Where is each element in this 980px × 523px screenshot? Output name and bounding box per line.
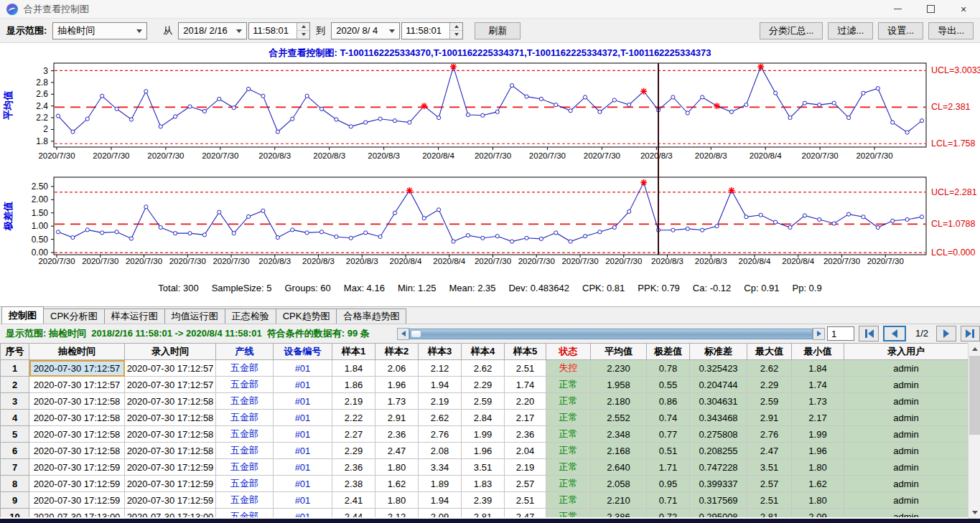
table-cell[interactable]: 2.29 xyxy=(747,377,792,393)
table-cell[interactable]: 0.295008 xyxy=(690,509,747,518)
table-cell[interactable]: 2.386 xyxy=(591,509,647,518)
table-cell[interactable]: 2020-07-30 17:12:58 xyxy=(125,426,216,443)
table-cell[interactable]: 1.958 xyxy=(591,377,647,393)
table-cell[interactable]: admin xyxy=(844,459,969,476)
from-date-select[interactable]: 2018/ 2/16 xyxy=(178,22,247,39)
subtotal-button[interactable]: 分类汇总... xyxy=(760,22,823,39)
table-cell[interactable]: 1.89 xyxy=(419,476,462,492)
table-cell[interactable]: 2.59 xyxy=(462,393,505,410)
table-cell[interactable]: 0.51 xyxy=(647,443,690,459)
range-type-select[interactable]: 抽检时间 xyxy=(52,22,147,39)
table-cell[interactable]: 1.99 xyxy=(462,426,505,443)
bottom-scrollbar[interactable] xyxy=(0,519,980,523)
time-spinner[interactable] xyxy=(297,23,309,39)
column-header-14[interactable]: 最大值 xyxy=(747,344,792,360)
prev-page-button[interactable] xyxy=(883,326,906,341)
table-cell[interactable]: 1.84 xyxy=(792,360,844,377)
tab-sample-run[interactable]: 样本运行图 xyxy=(104,308,165,324)
table-cell[interactable]: 2020-07-30 17:12:58 xyxy=(125,410,216,426)
table-cell[interactable]: 1.96 xyxy=(792,443,844,459)
column-header-3[interactable]: 产线 xyxy=(216,344,274,360)
filter-button[interactable]: 过滤... xyxy=(828,22,873,39)
table-cell[interactable]: 2020-07-30 17:12:59 xyxy=(29,476,125,492)
table-cell[interactable]: 2.04 xyxy=(505,443,546,459)
table-cell[interactable]: admin xyxy=(844,410,969,426)
table-cell[interactable]: 2.12 xyxy=(419,360,462,377)
table-cell[interactable]: 1.86 xyxy=(332,377,375,393)
tab-cpk-analysis[interactable]: CPK分析图 xyxy=(43,308,105,324)
table-cell[interactable]: 2020-07-30 17:12:58 xyxy=(125,393,216,410)
table-cell[interactable]: 2.230 xyxy=(591,360,647,377)
table-cell[interactable]: 1.73 xyxy=(375,393,419,410)
table-cell[interactable]: 2.81 xyxy=(747,509,792,518)
table-cell[interactable]: 2.47 xyxy=(505,509,546,518)
vscrollbar-thumb[interactable] xyxy=(969,356,980,435)
table-cell[interactable]: 正常 xyxy=(546,443,591,459)
table-cell[interactable]: 五金部 xyxy=(216,443,274,459)
table-cell[interactable]: 2.62 xyxy=(747,360,792,377)
table-cell[interactable]: 2020-07-30 17:12:57 xyxy=(29,377,125,393)
table-cell[interactable]: 2.51 xyxy=(505,360,546,377)
table-cell[interactable]: 1.84 xyxy=(332,360,375,377)
table-cell[interactable]: 2020-07-30 17:12:59 xyxy=(29,459,125,476)
scroll-up-button[interactable] xyxy=(969,343,980,355)
table-cell[interactable]: #01 xyxy=(274,360,332,377)
table-cell[interactable]: 2020-07-30 17:13:00 xyxy=(125,509,216,518)
table-cell[interactable]: 2020-07-30 17:12:57 xyxy=(29,360,125,377)
table-cell[interactable]: 2020-07-30 17:12:59 xyxy=(125,476,216,492)
table-cell[interactable]: 1.80 xyxy=(375,492,419,509)
mean-control-chart[interactable]: 32.82.62.42.221.8UCL=3.00335CL=2.381LCL=… xyxy=(0,60,980,168)
column-header-15[interactable]: 最小值 xyxy=(792,344,844,360)
table-cell[interactable]: 五金部 xyxy=(216,426,274,443)
scrollbar-thumb[interactable] xyxy=(411,330,421,338)
column-header-0[interactable]: 序号 xyxy=(1,344,29,360)
table-cell[interactable]: 1.96 xyxy=(375,377,419,393)
table-cell[interactable]: 2.91 xyxy=(747,410,792,426)
table-cell[interactable]: 2.12 xyxy=(375,509,419,518)
table-cell[interactable]: 2.36 xyxy=(332,459,375,476)
table-cell[interactable]: 1.62 xyxy=(375,476,419,492)
table-cell[interactable]: 0.325423 xyxy=(690,360,747,377)
table-cell[interactable]: 五金部 xyxy=(216,492,274,509)
table-cell[interactable]: 2.17 xyxy=(505,410,546,426)
table-cell[interactable]: 0.204744 xyxy=(690,377,747,393)
table-cell[interactable]: 2.57 xyxy=(747,476,792,492)
from-time-input[interactable]: 11:58:01 xyxy=(248,22,310,39)
table-cell[interactable]: 2.41 xyxy=(332,492,375,509)
column-header-1[interactable]: 抽检时间 xyxy=(29,344,125,360)
table-cell[interactable]: 2.29 xyxy=(332,443,375,459)
table-cell[interactable]: 1.94 xyxy=(419,492,462,509)
table-cell[interactable]: admin xyxy=(844,393,969,410)
table-cell[interactable]: #01 xyxy=(274,492,332,509)
table-cell[interactable]: #01 xyxy=(274,476,332,492)
tab-normality-test[interactable]: 正态检验 xyxy=(225,308,276,324)
chart-cursor-line[interactable] xyxy=(658,63,659,255)
table-cell[interactable]: admin xyxy=(844,492,969,509)
table-cell[interactable]: #01 xyxy=(274,443,332,459)
table-cell[interactable]: 2.39 xyxy=(462,492,505,509)
table-cell[interactable]: 2020-07-30 17:12:58 xyxy=(29,426,125,443)
table-cell[interactable]: 2020-07-30 17:12:58 xyxy=(29,443,125,459)
table-cell[interactable]: 2.51 xyxy=(505,492,546,509)
next-page-button[interactable] xyxy=(936,326,956,341)
table-cell[interactable]: 1.80 xyxy=(375,459,419,476)
table-cell[interactable]: 3.51 xyxy=(462,459,505,476)
row-number-cell[interactable]: 4 xyxy=(1,410,29,426)
table-cell[interactable]: 2020-07-30 17:12:59 xyxy=(125,492,216,509)
table-cell[interactable]: 2.76 xyxy=(419,426,462,443)
table-cell[interactable]: 0.343468 xyxy=(690,410,747,426)
table-cell[interactable]: 0.399337 xyxy=(690,476,747,492)
table-cell[interactable]: 2.36 xyxy=(505,426,546,443)
table-cell[interactable]: 2.20 xyxy=(505,393,546,410)
table-cell[interactable]: 2.09 xyxy=(792,509,844,518)
table-cell[interactable]: 2.19 xyxy=(332,393,375,410)
table-cell[interactable]: 1.94 xyxy=(419,377,462,393)
column-header-4[interactable]: 设备编号 xyxy=(274,344,332,360)
tab-control-chart[interactable]: 控制图 xyxy=(1,306,44,324)
table-cell[interactable]: admin xyxy=(844,509,969,518)
table-cell[interactable]: 0.208255 xyxy=(690,443,747,459)
table-cell[interactable]: 0.86 xyxy=(647,393,690,410)
table-cell[interactable]: 2.76 xyxy=(747,426,792,443)
column-header-8[interactable]: 样本4 xyxy=(462,344,505,360)
table-cell[interactable]: #01 xyxy=(274,459,332,476)
